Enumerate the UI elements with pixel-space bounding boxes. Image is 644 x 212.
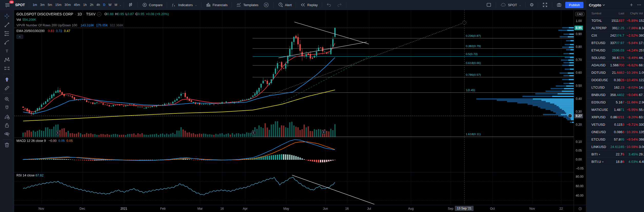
volume: 135.8 [638,130,644,134]
text-tool-button[interactable]: T [2,47,12,55]
earnings-marker[interactable]: E [56,131,60,135]
hide-drawings-tool-button[interactable] [2,130,12,138]
indicators-button[interactable]: f x Indicators ⌄ [169,1,199,9]
earnings-marker[interactable]: E [251,131,256,135]
brush-tool-button[interactable] [2,38,12,47]
pane-separator-rsi[interactable] [14,172,574,172]
templates-button[interactable]: Templates [234,1,261,9]
interval-button-15m[interactable]: 15m [54,1,63,8]
watchlist-row-LINKUSD[interactable]: LINKUSD24.61165−10.59%3.062 [586,143,644,151]
ema-label[interactable]: EMA 20/50/100/200 [16,28,45,34]
last-price: 1.566700 [608,63,624,67]
drawing-toolbar: T [0,10,14,212]
legend-interval[interactable]: 1D [77,11,82,17]
interval-button-4h[interactable]: 4h [95,1,102,8]
publish-button[interactable]: Publish [565,2,583,8]
compare-button[interactable]: Compare [140,1,165,9]
drawing-mode-tool-button[interactable] [2,112,12,121]
fib-icon [4,30,10,37]
financials-button[interactable]: Financials [203,1,230,9]
crosshair-tool-button[interactable] [2,12,12,20]
interval-button-1h[interactable]: 1h [82,1,88,8]
earnings-marker[interactable]: E [322,130,326,134]
symbol-title[interactable]: GOLDSPOT DISCOVERIES CORP [16,11,73,17]
trend-line-tool-button[interactable] [2,20,12,29]
magnet-tool-button[interactable] [2,103,12,112]
watchlist-row-ADAUSD[interactable]: ADAUSD1.566700−6.62%68.99 [586,61,644,69]
interval-button-2h[interactable]: 2h [88,1,95,8]
watchlist-row-VETUSD[interactable]: VETUSD0.1153−9.71%330.9 [586,121,644,128]
watchlist-row-ALTPERP[interactable]: ALTPERP3912.25−7.86%8.347 [586,24,644,32]
lock-drawings-tool-button[interactable] [2,121,12,130]
watchlist-row-BTCUSD[interactable]: BTCUSD33707.97−5.84%17.93 [586,39,644,47]
watchlist-row-CIX[interactable]: CIX242374.7−2.52%380.6 [586,32,644,39]
change-percent: −10.16% [624,71,638,75]
fullscreen-button[interactable] [540,1,550,9]
drawing-anchor-circle[interactable] [462,21,466,25]
interval-button-M[interactable]: M [113,1,119,8]
watchlist-row-ONEUSD[interactable]: ONEUSD0.0866−10.35%135.8 [586,128,644,136]
macd-tick: 0.10 [576,140,582,144]
interval-button-45m[interactable]: 45m [72,1,82,8]
watchlist-row-DOGEUSD[interactable]: DOGEUSD0.3326−10.45%122.8 [586,76,644,84]
watchlist-row-BNBUSD[interactable]: BNBUSD358.4402−9.04%67.72 [586,91,644,99]
last-price: 22.76 [608,152,624,156]
change-percent: −10.59% [624,145,638,149]
chart-type-button[interactable] [125,1,136,9]
time-axis[interactable]: NovDec2021FebMar16AprMayJun16JulAugSepOc… [14,205,574,212]
watchlist-title-button[interactable]: Crypto [589,3,605,7]
watchlist-row-SOLUSD[interactable]: SOLUSD38.6175−8.49%44.14 [586,54,644,61]
price-line-handle[interactable] [568,114,572,118]
arrow-marker-tool-button[interactable] [2,75,12,84]
price-axis[interactable]: CAD 1.101.000.900.800.700.600.500.400.30… [574,10,586,212]
interval-button-5m[interactable]: 5m [46,1,54,8]
watchlist-row-ETCUSD[interactable]: ETCUSD57.895−9.54%398.7 [586,136,644,143]
watchlist-column-headers[interactable]: Symbol Last Chg% Vol [586,10,644,17]
chevron-down-icon[interactable]: ⌄ [119,4,121,6]
legend-collapse-button[interactable] [16,35,23,39]
watchlist-row-XRPUSD[interactable]: XRPUSD0.860211−9.20%63.94 [586,113,644,121]
watchlist-menu-button[interactable] [637,3,641,7]
remove-drawings-tool-button[interactable] [2,141,12,149]
undo-button[interactable] [324,1,334,9]
zoom-in-tool-button[interactable] [2,95,12,103]
main-menu-button[interactable]: 11 [2,1,13,9]
ruler-tool-button[interactable] [2,84,12,92]
vpvr-label[interactable]: VPVR Number Of Rows 200 Up/Down 100 [16,23,77,28]
watchlist-row-DOTUSD[interactable]: DOTUSD21.6882−10.16%1.09M [586,69,644,76]
currency-toggle[interactable]: CAD [575,12,584,16]
crosshair-icon [4,13,10,19]
pane-separator-macd[interactable] [14,137,574,138]
alert-button[interactable]: Alert [275,1,294,9]
watchlist-row-ETHUSD[interactable]: ETHUSD2596.03−4.24%257.5 [586,47,644,54]
save-layout-button[interactable]: SPOT ⌄ [498,1,523,9]
watchlist-row-MATICUSD[interactable]: MATICUSD1.4871−5.95%55.00 [586,106,644,113]
redo-button[interactable] [334,1,344,9]
axis-corner[interactable] [574,205,586,212]
interval-button-30m[interactable]: 30m [63,1,72,8]
volume: 29.37 [638,152,644,156]
watchlist-row-EOSUSD[interactable]: EOSUSD5.167−11.66%2.908 [586,99,644,106]
snapshot-button[interactable] [554,1,564,9]
layout-select-button[interactable] [484,1,494,9]
add-symbol-button[interactable] [629,3,634,7]
price-tick: 0.40 [576,97,582,101]
xabcd-pattern-tool-button[interactable] [2,55,12,64]
watchlist-row-TOTAL[interactable]: TOTAL1511837−5.89%152.0 [586,17,644,24]
symbol-name: VETUSD [591,123,605,126]
replay-button[interactable]: Replay [298,1,320,9]
symbol-search-button[interactable]: SPOT [13,1,27,9]
forecast-tool-button[interactable] [2,64,12,73]
watchlist-row-BITI[interactable]: BITI●22.763.45%29.37 [586,151,644,158]
watchlist-row-BITI.U[interactable]: BITI.U●18.864.03%4.4K [586,158,644,165]
interval-button-3m[interactable]: 3m [39,1,46,8]
interval-button-1m[interactable]: 1m [31,1,38,8]
fib-retracement-tool-button[interactable] [2,29,12,38]
watchlist-row-LTCUSD[interactable]: LTCUSD162.23−8.02%14.97 [586,84,644,91]
volume-label[interactable]: Vol [16,17,21,23]
settings-button[interactable]: ⚙ [527,1,536,9]
template-m-button[interactable]: M [261,1,272,9]
interval-button-W[interactable]: W [107,1,113,8]
hide-symbol-icon[interactable]: − [97,12,101,16]
interval-button-D[interactable]: D [102,1,107,8]
